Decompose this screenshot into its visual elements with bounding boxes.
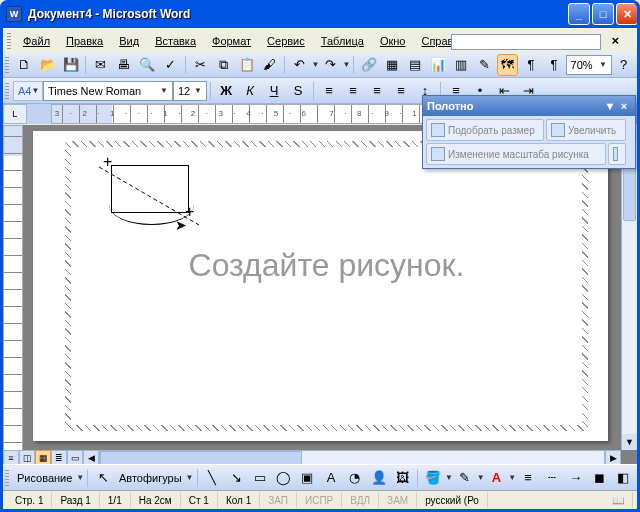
toolbar-grip[interactable] — [5, 470, 9, 486]
dash-style-button[interactable]: ┄ — [541, 467, 563, 489]
zoom-value: 70% — [571, 59, 593, 71]
doc-map-button[interactable]: 🗺 — [497, 54, 518, 76]
font-name-value: Times New Roman — [48, 85, 141, 97]
close-button[interactable]: ✕ — [616, 3, 638, 25]
page[interactable]: + + ➤ Создайте рисунок. — [33, 131, 608, 441]
strike-button[interactable]: S — [287, 80, 309, 102]
paste-button[interactable]: 📋 — [236, 54, 257, 76]
status-book-icon[interactable]: 📖 — [604, 492, 633, 508]
diagram-button[interactable]: ◔ — [344, 467, 366, 489]
font-size-combo[interactable]: 12▼ — [173, 81, 207, 101]
3d-button[interactable]: ◧ — [612, 467, 634, 489]
clipart-button[interactable]: 👤 — [368, 467, 390, 489]
help-search-input[interactable] — [451, 34, 601, 50]
drawing-toolbar-button[interactable]: ✎ — [474, 54, 495, 76]
help-button[interactable]: ? — [613, 54, 634, 76]
vertical-ruler[interactable] — [3, 125, 23, 466]
style-combo[interactable]: A4▼ — [13, 81, 43, 101]
columns-button[interactable]: ▥ — [451, 54, 472, 76]
align-justify-button[interactable]: ≡ — [390, 80, 412, 102]
line-color-button[interactable]: ✎ — [454, 467, 476, 489]
hyperlink-button[interactable]: 🔗 — [358, 54, 379, 76]
mail-button[interactable]: ✉ — [90, 54, 111, 76]
drawing-canvas-frame[interactable]: + + ➤ Создайте рисунок. — [65, 141, 588, 431]
fill-color-button[interactable]: 🪣 — [422, 467, 444, 489]
arrow-button[interactable]: ↘ — [225, 467, 247, 489]
font-name-combo[interactable]: Times New Roman▼ — [43, 81, 173, 101]
vertical-scrollbar[interactable]: ▲ ▼ — [621, 125, 637, 450]
copy-button[interactable]: ⧉ — [213, 54, 234, 76]
oval-button[interactable]: ◯ — [273, 467, 295, 489]
format-painter-button[interactable]: 🖌 — [259, 54, 280, 76]
drawing-toolbar: Рисование▼ ↖ Автофигуры▼ ╲ ↘ ▭ ◯ ▣ A ◔ 👤… — [0, 464, 640, 490]
insert-table-button[interactable]: ▦ — [381, 54, 402, 76]
new-doc-button[interactable]: 🗋 — [14, 54, 35, 76]
hscroll-thumb[interactable] — [100, 451, 302, 465]
status-ext[interactable]: ВДЛ — [342, 492, 379, 508]
menu-view[interactable]: Вид — [111, 33, 147, 49]
float-close-button[interactable]: × — [617, 100, 631, 112]
arrow-style-button[interactable]: → — [565, 467, 587, 489]
menu-window[interactable]: Окно — [372, 33, 414, 49]
canvas-float-toolbar[interactable]: Полотно ▼ × Подобрать размер Увеличить И… — [422, 95, 636, 169]
underline-button[interactable]: Ч — [263, 80, 285, 102]
status-language[interactable]: русский (Ро — [417, 492, 488, 508]
shadow-button[interactable]: ◼ — [589, 467, 611, 489]
draw-table-button[interactable]: ▤ — [405, 54, 426, 76]
maximize-button[interactable]: □ — [592, 3, 614, 25]
wordart-button[interactable]: A — [320, 467, 342, 489]
align-center-button[interactable]: ≡ — [342, 80, 364, 102]
bold-button[interactable]: Ж — [215, 80, 237, 102]
save-button[interactable]: 💾 — [60, 54, 81, 76]
open-button[interactable]: 📂 — [37, 54, 58, 76]
spellcheck-button[interactable]: ✓ — [160, 54, 181, 76]
menu-file[interactable]: Файл — [15, 33, 58, 49]
rectangle-button[interactable]: ▭ — [249, 467, 271, 489]
float-titlebar[interactable]: Полотно ▼ × — [423, 96, 635, 116]
zoom-combo[interactable]: 70%▼ — [566, 55, 612, 75]
menu-edit[interactable]: Правка — [58, 33, 111, 49]
line-style-button[interactable]: ≡ — [517, 467, 539, 489]
status-rec[interactable]: ЗАП — [260, 492, 297, 508]
toolbar-grip[interactable] — [5, 83, 9, 99]
picture-button[interactable]: 🖼 — [392, 467, 414, 489]
align-right-button[interactable]: ≡ — [366, 80, 388, 102]
print-button[interactable]: 🖶 — [113, 54, 134, 76]
redo-button[interactable]: ↷ — [320, 54, 341, 76]
canvas-fit-button[interactable]: Подобрать размер — [426, 119, 544, 141]
menubar-close-icon[interactable]: × — [611, 33, 619, 48]
tab-selector[interactable]: L — [3, 104, 27, 124]
line-button[interactable]: ╲ — [202, 467, 224, 489]
menu-insert[interactable]: Вставка — [147, 33, 204, 49]
menu-format[interactable]: Формат — [204, 33, 259, 49]
cut-button[interactable]: ✂ — [190, 54, 211, 76]
nonprinting-button[interactable]: ¶ — [543, 54, 564, 76]
italic-button[interactable]: К — [239, 80, 261, 102]
undo-button[interactable]: ↶ — [289, 54, 310, 76]
canvas-wrap-button[interactable] — [608, 143, 626, 165]
preview-button[interactable]: 🔍 — [136, 54, 157, 76]
textbox-button[interactable]: ▣ — [297, 467, 319, 489]
canvas-scale-button[interactable]: Изменение масштаба рисунка — [426, 143, 606, 165]
toolbar-grip[interactable] — [5, 57, 9, 73]
shape-handle-icon[interactable]: + — [103, 153, 112, 171]
scroll-down-button[interactable]: ▼ — [622, 434, 637, 450]
menu-tools[interactable]: Сервис — [259, 33, 313, 49]
canvas-expand-button[interactable]: Увеличить — [546, 119, 626, 141]
draw-menu-button[interactable]: Рисование — [13, 472, 76, 484]
font-color-button[interactable]: A — [486, 467, 508, 489]
align-left-button[interactable]: ≡ — [318, 80, 340, 102]
toolbar-grip[interactable] — [7, 33, 11, 49]
autoshapes-button[interactable]: Автофигуры — [115, 472, 186, 484]
minimize-button[interactable]: _ — [568, 3, 590, 25]
scale-icon — [431, 147, 445, 161]
status-ovr[interactable]: ЗАМ — [379, 492, 417, 508]
status-trk[interactable]: ИСПР — [297, 492, 342, 508]
select-objects-button[interactable]: ↖ — [92, 467, 114, 489]
fit-icon — [431, 123, 445, 137]
menu-table[interactable]: Таблица — [313, 33, 372, 49]
excel-button[interactable]: 📊 — [428, 54, 449, 76]
drawing-canvas[interactable]: + + ➤ Создайте рисунок. — [71, 147, 582, 425]
show-marks-button[interactable]: ¶ — [520, 54, 541, 76]
float-options-button[interactable]: ▼ — [603, 100, 617, 112]
